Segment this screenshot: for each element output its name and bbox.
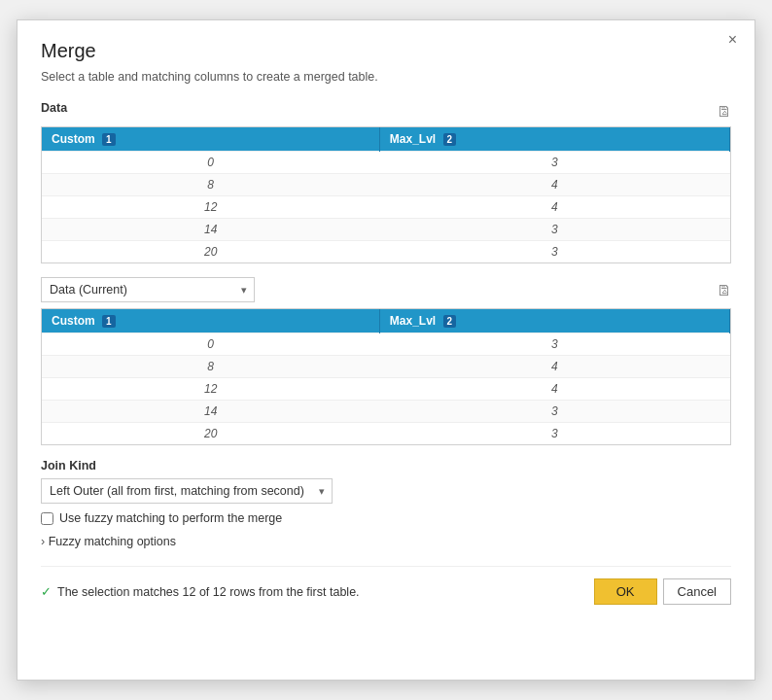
cell: 0 — [42, 152, 379, 174]
dialog-title: Merge — [41, 40, 731, 62]
top-col-custom-label: Custom — [52, 132, 95, 146]
table-row: 203 — [42, 423, 730, 445]
fuzzy-checkbox-label: Use fuzzy matching to perform the merge — [59, 511, 282, 525]
bottom-col-maxlvl-label: Max_Lvl — [390, 314, 436, 328]
bottom-col-custom-num: 1 — [102, 315, 116, 328]
fuzzy-checkbox[interactable] — [41, 512, 53, 525]
ok-button[interactable]: OK — [594, 578, 657, 605]
cell: 20 — [42, 423, 379, 445]
status-text: The selection matches 12 of 12 rows from… — [57, 585, 594, 599]
cell: 4 — [379, 196, 729, 219]
top-col-custom-num: 1 — [102, 133, 116, 146]
cell: 14 — [42, 401, 379, 423]
table-row: 203 — [42, 241, 730, 263]
bottom-data-table: Custom 1 Max_Lvl 2 0384124143203 — [42, 309, 730, 444]
table-row: 143 — [42, 219, 730, 241]
cell: 3 — [379, 152, 729, 174]
footer: ✓ The selection matches 12 of 12 rows fr… — [41, 566, 731, 605]
cell: 3 — [379, 219, 729, 241]
cancel-button[interactable]: Cancel — [663, 578, 731, 605]
status-check-icon: ✓ — [41, 584, 52, 599]
cell: 3 — [379, 401, 729, 423]
top-table-header-row: Custom 1 Max_Lvl 2 — [42, 127, 730, 152]
top-data-table: Custom 1 Max_Lvl 2 0384124143203 — [42, 127, 730, 262]
fuzzy-options-label: Fuzzy matching options — [49, 535, 176, 548]
cell: 4 — [379, 378, 729, 401]
top-section-wrapper: Data 🖺 Custom 1 Max_Lvl 2 — [41, 101, 731, 263]
join-kind-select[interactable]: Left Outer (all from first, matching fro… — [41, 478, 333, 504]
cell: 8 — [42, 174, 379, 196]
bottom-section-wrapper: Data (Current)DataOther 🖺 Custom 1 Max_L… — [41, 277, 731, 445]
table-row: 84 — [42, 174, 730, 196]
top-col-custom[interactable]: Custom 1 — [42, 127, 379, 152]
cell: 3 — [379, 333, 729, 356]
top-col-maxlvl-label: Max_Lvl — [390, 132, 436, 146]
table-row: 03 — [42, 333, 730, 356]
close-button[interactable]: × — [722, 30, 743, 50]
cell: 12 — [42, 378, 379, 401]
cell: 8 — [42, 356, 379, 378]
top-section-label: Data — [41, 101, 67, 115]
table-row: 124 — [42, 378, 730, 401]
cell: 0 — [42, 333, 379, 356]
join-kind-label: Join Kind — [41, 459, 731, 472]
join-kind-section: Join Kind Left Outer (all from first, ma… — [41, 459, 731, 504]
fuzzy-options-link[interactable]: Fuzzy matching options — [41, 535, 731, 548]
top-section-icon[interactable]: 🖺 — [717, 103, 731, 120]
dialog-subtitle: Select a table and matching columns to c… — [41, 70, 731, 84]
bottom-table-select[interactable]: Data (Current)DataOther — [41, 277, 255, 302]
bottom-table-header-row: Custom 1 Max_Lvl 2 — [42, 309, 730, 333]
cell: 20 — [42, 241, 379, 263]
bottom-col-maxlvl[interactable]: Max_Lvl 2 — [379, 309, 729, 333]
cell: 4 — [379, 174, 729, 196]
join-kind-dropdown-wrapper: Left Outer (all from first, matching fro… — [41, 478, 333, 504]
table-row: 03 — [42, 152, 730, 174]
bottom-dropdown-wrapper: Data (Current)DataOther — [41, 277, 255, 302]
cell: 12 — [42, 196, 379, 219]
fuzzy-checkbox-row: Use fuzzy matching to perform the merge — [41, 511, 731, 525]
bottom-table-section: Custom 1 Max_Lvl 2 0384124143203 — [41, 308, 731, 445]
cell: 4 — [379, 356, 729, 378]
bottom-section-icon[interactable]: 🖺 — [717, 282, 731, 298]
cell: 3 — [379, 241, 729, 263]
cell: 14 — [42, 219, 379, 241]
cell: 3 — [379, 423, 729, 445]
top-col-maxlvl-num: 2 — [443, 133, 457, 146]
table-row: 84 — [42, 356, 730, 378]
bottom-col-custom-label: Custom — [52, 314, 95, 328]
table-row: 143 — [42, 401, 730, 423]
top-table-section: Custom 1 Max_Lvl 2 0384124143203 — [41, 126, 731, 263]
table-row: 124 — [42, 196, 730, 219]
bottom-col-custom[interactable]: Custom 1 — [42, 309, 379, 333]
top-col-maxlvl[interactable]: Max_Lvl 2 — [379, 127, 729, 152]
merge-dialog: × Merge Select a table and matching colu… — [17, 19, 755, 681]
bottom-col-maxlvl-num: 2 — [443, 315, 457, 328]
